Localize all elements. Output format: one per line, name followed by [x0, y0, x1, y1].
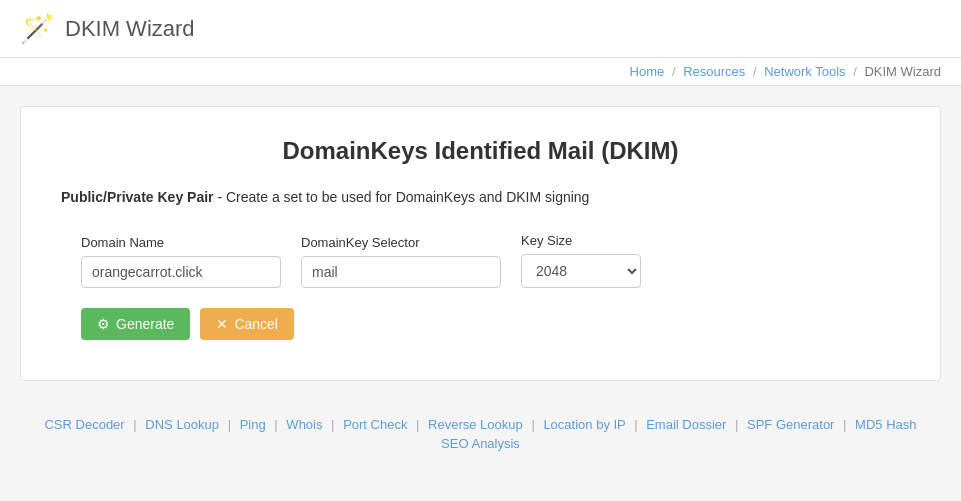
form-row: Domain Name DomainKey Selector Key Size … — [61, 233, 900, 288]
footer-link-spf-generator[interactable]: SPF Generator — [747, 417, 834, 432]
generate-button[interactable]: ⚙ Generate — [81, 308, 190, 340]
footer-link-reverse-lookup[interactable]: Reverse Lookup — [428, 417, 523, 432]
cancel-button[interactable]: ✕ Cancel — [200, 308, 294, 340]
breadcrumb-home[interactable]: Home — [630, 64, 665, 79]
footer-link-whois[interactable]: Whois — [286, 417, 322, 432]
key-size-group: Key Size 1024 2048 4096 — [521, 233, 641, 288]
sub-heading-bold: Public/Private Key Pair — [61, 189, 214, 205]
footer-link-seo-analysis[interactable]: SEO Analysis — [441, 436, 520, 451]
footer-row-1: CSR Decoder | DNS Lookup | Ping | Whois … — [20, 417, 941, 432]
footer-link-csr-decoder[interactable]: CSR Decoder — [44, 417, 124, 432]
sub-heading: Public/Private Key Pair - Create a set t… — [61, 189, 900, 205]
key-size-label: Key Size — [521, 233, 641, 248]
gear-icon: ⚙ — [97, 316, 110, 332]
sub-heading-rest: - Create a set to be used for DomainKeys… — [214, 189, 590, 205]
generate-label: Generate — [116, 316, 174, 332]
main-container: DomainKeys Identified Mail (DKIM) Public… — [20, 106, 941, 381]
footer-link-ping[interactable]: Ping — [240, 417, 266, 432]
breadcrumb: Home / Resources / Network Tools / DKIM … — [0, 58, 961, 86]
footer-links: CSR Decoder | DNS Lookup | Ping | Whois … — [0, 401, 961, 467]
footer-row-2: SEO Analysis — [20, 436, 941, 451]
wand-icon: 🪄 — [20, 12, 55, 45]
key-size-select[interactable]: 1024 2048 4096 — [521, 254, 641, 288]
breadcrumb-sep-1: / — [672, 64, 676, 79]
domain-name-label: Domain Name — [81, 235, 281, 250]
footer-link-location-by-ip[interactable]: Location by IP — [543, 417, 625, 432]
footer-link-md5-hash[interactable]: MD5 Hash — [855, 417, 916, 432]
domain-name-group: Domain Name — [81, 235, 281, 288]
breadcrumb-network-tools[interactable]: Network Tools — [764, 64, 845, 79]
breadcrumb-sep-2: / — [753, 64, 757, 79]
footer-link-port-check[interactable]: Port Check — [343, 417, 407, 432]
footer-link-email-dossier[interactable]: Email Dossier — [646, 417, 726, 432]
page-title: DKIM Wizard — [65, 16, 195, 42]
button-row: ⚙ Generate ✕ Cancel — [61, 308, 900, 340]
breadcrumb-sep-3: / — [853, 64, 857, 79]
cancel-label: Cancel — [234, 316, 278, 332]
selector-group: DomainKey Selector — [301, 235, 501, 288]
header: 🪄 DKIM Wizard — [0, 0, 961, 58]
footer-link-dns-lookup[interactable]: DNS Lookup — [145, 417, 219, 432]
breadcrumb-resources[interactable]: Resources — [683, 64, 745, 79]
main-heading: DomainKeys Identified Mail (DKIM) — [61, 137, 900, 165]
selector-label: DomainKey Selector — [301, 235, 501, 250]
domain-name-input[interactable] — [81, 256, 281, 288]
logo: 🪄 DKIM Wizard — [20, 12, 195, 45]
breadcrumb-current: DKIM Wizard — [864, 64, 941, 79]
x-icon: ✕ — [216, 316, 228, 332]
selector-input[interactable] — [301, 256, 501, 288]
